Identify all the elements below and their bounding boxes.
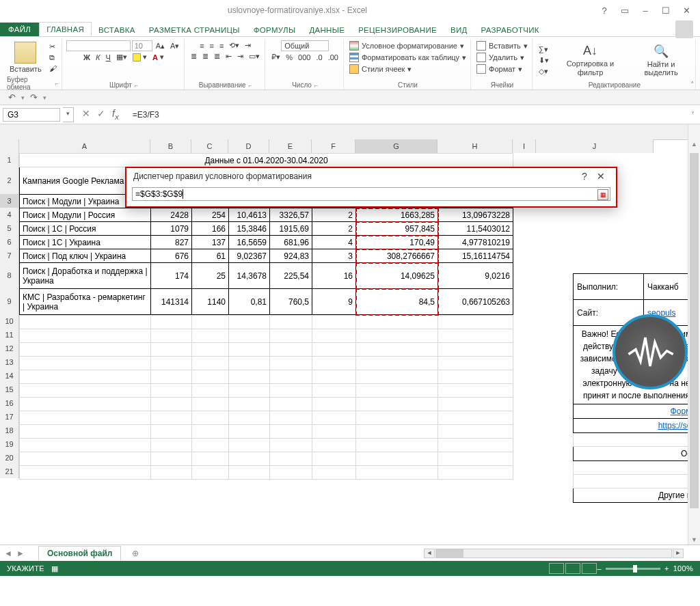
font-launcher-icon[interactable]: ⌐: [135, 82, 138, 89]
dec-decimal-button[interactable]: .00: [326, 52, 340, 62]
redo-button[interactable]: ↷: [30, 92, 38, 102]
row-header-3[interactable]: 3: [0, 194, 19, 208]
bold-button[interactable]: Ж: [81, 52, 92, 62]
find-select-button[interactable]: 🔍 Найти и выделить: [630, 42, 692, 78]
ribbon-options-icon[interactable]: ▭: [615, 3, 634, 17]
dialog-range-input[interactable]: =$G$3:$G$9 ▦: [132, 187, 610, 201]
tab-page-layout[interactable]: РАЗМЕТКА СТРАНИЦЫ: [142, 23, 247, 36]
tab-home[interactable]: ГЛАВНАЯ: [39, 22, 92, 36]
cell[interactable]: 3: [312, 249, 356, 263]
cell-styles-button[interactable]: Стили ячеек▾: [348, 64, 413, 74]
align-bottom-button[interactable]: ≡: [217, 40, 226, 51]
side-link-form[interactable]: Форма: [574, 404, 700, 419]
row-header-18[interactable]: 18: [0, 424, 19, 437]
underline-button[interactable]: Ч: [104, 52, 113, 62]
column-header-G[interactable]: G: [355, 139, 438, 153]
sort-filter-button[interactable]: A↓ Сортировка и фильтр: [554, 42, 627, 77]
cell[interactable]: 4: [312, 236, 356, 249]
number-format-select[interactable]: Общий: [281, 40, 329, 51]
cell[interactable]: 4,977810219: [438, 236, 513, 249]
cell[interactable]: 308,2766667: [356, 249, 438, 263]
cell[interactable]: 14,3678: [229, 263, 270, 289]
table-row[interactable]: Поиск | Под ключ | Украина676619,0236792…: [20, 249, 513, 263]
cell[interactable]: Поиск | Под ключ | Украина: [20, 249, 151, 263]
cell[interactable]: 1140: [192, 289, 229, 315]
font-name-select[interactable]: [66, 40, 131, 51]
table-row[interactable]: Поиск | 1С | Украина82713716,5659681,964…: [20, 236, 513, 249]
column-header-I[interactable]: I: [513, 139, 536, 153]
fill-button[interactable]: ⬇▾: [537, 55, 551, 66]
table-row[interactable]: КМС | Разработка - ремаркетинг | Украина…: [20, 289, 513, 315]
merge-button[interactable]: ▭▾: [247, 51, 262, 61]
row-header-21[interactable]: 21: [0, 465, 19, 478]
align-middle-button[interactable]: ≡: [208, 40, 216, 51]
row-header-11[interactable]: 11: [0, 328, 19, 342]
zoom-out-button[interactable]: –: [597, 564, 602, 573]
macro-record-icon[interactable]: ▦: [51, 564, 58, 573]
paste-button[interactable]: Вставить: [7, 40, 44, 74]
tab-insert[interactable]: ВСТАВКА: [92, 23, 142, 36]
cell[interactable]: 225,54: [270, 263, 312, 289]
view-page-break-button[interactable]: [582, 563, 597, 574]
accept-formula-button[interactable]: ✓: [97, 108, 105, 121]
cell[interactable]: 254: [192, 208, 229, 222]
border-button[interactable]: ▦▾: [114, 52, 129, 62]
row-header-4[interactable]: 4: [0, 208, 19, 221]
cell[interactable]: 170,49: [356, 236, 438, 249]
column-header-A[interactable]: A: [19, 139, 150, 153]
collapse-dialog-icon[interactable]: ▦: [597, 189, 608, 200]
tab-view[interactable]: ВИД: [444, 23, 474, 36]
cell[interactable]: 15,16114754: [438, 249, 513, 263]
column-header-D[interactable]: D: [228, 139, 269, 153]
row-header-1[interactable]: 1: [0, 153, 19, 167]
insert-cells-button[interactable]: Вставить▾: [475, 40, 529, 51]
row-header-2[interactable]: 2: [0, 167, 19, 194]
row-header-6[interactable]: 6: [0, 235, 19, 249]
dialog-help-button[interactable]: ?: [576, 171, 593, 182]
cell[interactable]: Поиск | Доработка и поддержка | Украина: [20, 263, 151, 289]
row-header-14[interactable]: 14: [0, 369, 19, 383]
decrease-font-button[interactable]: A▾: [168, 40, 181, 51]
cell[interactable]: 827: [151, 236, 192, 249]
column-header-J[interactable]: J: [536, 139, 654, 153]
cancel-formula-button[interactable]: ✕: [82, 108, 90, 121]
cell[interactable]: 957,845: [356, 222, 438, 236]
align-launcher-icon[interactable]: ⌐: [249, 82, 252, 89]
select-all-corner[interactable]: [0, 139, 19, 153]
cell[interactable]: 10,4613: [229, 208, 270, 222]
autosum-button[interactable]: ∑▾: [537, 44, 550, 55]
align-left-button[interactable]: ≣: [189, 51, 199, 61]
comma-button[interactable]: 000: [296, 52, 312, 62]
cell[interactable]: 14,09625: [356, 263, 438, 289]
cell[interactable]: 141314: [151, 289, 192, 315]
cell[interactable]: 13,09673228: [438, 208, 513, 222]
cell[interactable]: 0,667105263: [438, 289, 513, 315]
tab-formulas[interactable]: ФОРМУЛЫ: [247, 23, 303, 36]
cell[interactable]: Поиск | Модули | Россия: [20, 208, 151, 222]
cell[interactable]: 9,02367: [229, 249, 270, 263]
dialog-close-button[interactable]: ✕: [593, 171, 609, 182]
cell[interactable]: 9,0216: [438, 263, 513, 289]
cell[interactable]: Поиск | 1С | Россия: [20, 222, 151, 236]
row-header-20[interactable]: 20: [0, 451, 19, 465]
row-header-15[interactable]: 15: [0, 383, 19, 396]
align-center-button[interactable]: ≣: [200, 51, 211, 61]
close-button[interactable]: ✕: [677, 3, 696, 17]
cell[interactable]: 760,5: [270, 289, 312, 315]
cell[interactable]: 2: [312, 208, 356, 222]
column-header-F[interactable]: F: [312, 139, 355, 153]
cell[interactable]: 15,3846: [229, 222, 270, 236]
cell[interactable]: 0,81: [229, 289, 270, 315]
indent-dec-button[interactable]: ⇤: [224, 51, 234, 61]
cell[interactable]: 25: [192, 263, 229, 289]
column-header-H[interactable]: H: [438, 139, 513, 153]
zoom-slider[interactable]: [606, 568, 660, 570]
name-box-dropdown-icon[interactable]: ▾: [63, 107, 74, 122]
qat-customize-icon[interactable]: ▾: [43, 94, 46, 101]
table-row[interactable]: Поиск | Модули | Россия242825410,4613332…: [20, 208, 513, 222]
format-painter-button[interactable]: 🖌: [47, 64, 59, 73]
copy-button[interactable]: ⧉: [47, 53, 59, 63]
cell[interactable]: 61: [192, 249, 229, 263]
delete-cells-button[interactable]: Удалить▾: [475, 52, 526, 63]
italic-button[interactable]: К: [94, 52, 102, 62]
